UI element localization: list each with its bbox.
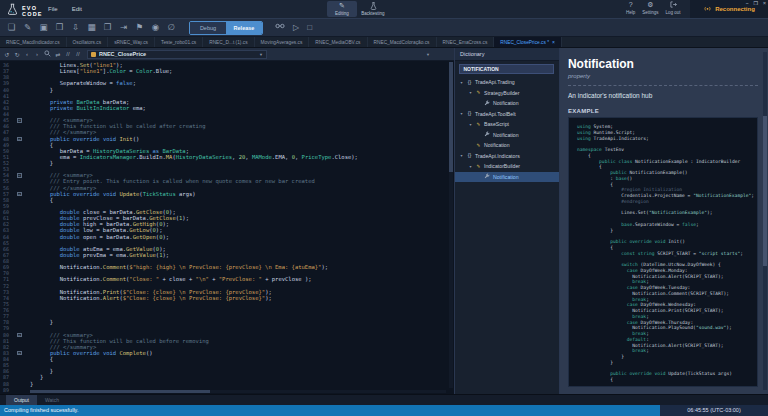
build-config-debug[interactable]: Debug — [190, 22, 226, 34]
connection-status[interactable]: Reconnecting –❐× — [690, 0, 768, 18]
tab-RNEC_ClosePrice.cs[interactable]: RNEC_ClosePrice.cs *× — [494, 37, 562, 47]
disable-icon[interactable]: ∅ — [166, 22, 177, 33]
fold-marker[interactable]: − — [17, 333, 22, 338]
tree-item-label: TradeApi.Indicators — [475, 153, 520, 159]
log-out-button[interactable]: Log out — [666, 1, 681, 15]
close-button[interactable]: × — [763, 0, 766, 7]
wifi-icon — [703, 5, 712, 13]
settings-button[interactable]: ⚙Settings — [642, 1, 658, 15]
mode-button-backtesting[interactable]: Backtesting — [358, 1, 388, 17]
class-icon: ✎ — [475, 122, 482, 127]
restore-button[interactable]: ❐ — [754, 0, 758, 7]
play-icon[interactable]: ▷ — [293, 22, 299, 33]
save-all-icon[interactable]: ❒ — [54, 22, 65, 33]
undo-icon[interactable]: ↺ — [4, 51, 10, 58]
tree-item-indicatorbuilder[interactable]: ▾✎IndicatorBuilder — [455, 161, 559, 172]
tab-RNEC_MacdIndicador.cs[interactable]: RNEC_MacdIndicador.cs — [0, 37, 67, 47]
tree-item-notification[interactable]: Notification — [455, 172, 559, 183]
build-icon[interactable]: ▦ — [86, 22, 97, 33]
tree-item-tradeapi.trading[interactable]: ▾{}TradeApi.Trading — [455, 77, 559, 88]
chevron-down-icon[interactable]: ▾ — [459, 111, 464, 116]
record-icon[interactable]: ◉ — [150, 22, 161, 33]
tab-RNEC_MacdColoração.cs[interactable]: RNEC_MacdColoração.cs — [368, 37, 437, 47]
chevron-down-icon: ▼ — [259, 52, 263, 57]
tab-sRNEC_Way.cs[interactable]: sRNEC_Way.cs — [108, 37, 155, 47]
tab-MovingAverages.cs[interactable]: MovingAverages.cs — [255, 37, 310, 47]
doc-description: An indicator's notification hub — [568, 92, 758, 99]
mode-button-editing[interactable]: ✎Editing — [327, 1, 357, 17]
tab-Teste_robo01.cs[interactable]: Teste_robo01.cs — [155, 37, 203, 47]
tree-item-tradeapi.indicators[interactable]: ▾{}TradeApi.Indicators — [455, 151, 559, 162]
example-code-line: { — [577, 377, 754, 383]
tree-item-label: Notification — [484, 142, 510, 148]
comment-icon[interactable]: // — [65, 51, 71, 57]
tab-RNEC_D...t (1).cs[interactable]: RNEC_D...t (1).cs — [203, 37, 254, 47]
scrollbar-thumb[interactable] — [30, 390, 210, 393]
replace-icon[interactable]: ⇄ — [55, 51, 61, 58]
main-area: ↺↻‹›⇄//// RNEC_ClosePrice ▼ ▼ 3637383940… — [0, 48, 768, 394]
namespace-icon: {} — [466, 153, 473, 158]
move-icon[interactable]: ⇥ — [118, 22, 129, 33]
flag-icon[interactable]: ⚑ — [134, 22, 145, 33]
back-icon[interactable]: ‹ — [24, 51, 30, 57]
chevron-down-icon[interactable]: ▾ — [468, 164, 473, 169]
line-number: 89 — [0, 387, 28, 393]
forward-icon[interactable]: › — [34, 51, 40, 57]
chevron-down-icon[interactable]: ▼ — [426, 52, 430, 57]
tab-RNEC_MediaOBV.cs[interactable]: RNEC_MediaOBV.cs — [309, 37, 367, 47]
line-number-gutter: 36373839404142434445−464748−495051525354… — [0, 62, 28, 393]
stop-icon[interactable]: □ — [307, 22, 312, 33]
property-icon — [484, 131, 491, 138]
import-icon[interactable]: ⇩ — [70, 22, 81, 33]
link-icon[interactable] — [275, 22, 285, 33]
scrollbar-thumb[interactable] — [763, 116, 767, 266]
editor-horizontal-scrollbar[interactable] — [30, 390, 446, 393]
dictionary-search-input[interactable] — [459, 64, 554, 74]
code-editor[interactable]: 36373839404142434445−464748−495051525354… — [0, 60, 454, 394]
bottom-tab-watch[interactable]: Watch — [37, 395, 67, 405]
save-icon[interactable]: ▣ — [38, 22, 49, 33]
menu-edit[interactable]: Edit — [70, 6, 84, 12]
tree-item-basescript[interactable]: ▾✎BaseScript — [455, 119, 559, 130]
tree-item-tradeapi.toolbelt[interactable]: ▾{}TradeApi.ToolBelt — [455, 109, 559, 120]
redo-icon[interactable]: ↻ — [14, 51, 20, 58]
doc-scrollbar[interactable] — [763, 52, 767, 390]
chevron-down-icon[interactable]: ▾ — [459, 153, 464, 158]
fold-marker[interactable]: − — [17, 192, 22, 197]
tab-Oscillators.cs[interactable]: Oscillators.cs — [67, 37, 109, 47]
fold-marker[interactable]: − — [17, 137, 22, 142]
search-icon[interactable] — [44, 50, 51, 58]
close-tab-icon[interactable]: × — [552, 39, 555, 45]
tab-RNEC_EmaCross.cs[interactable]: RNEC_EmaCross.cs — [437, 37, 495, 47]
example-code-line: const string SCRIPT_START = "script star… — [577, 251, 754, 257]
uncomment-icon[interactable]: // — [75, 51, 81, 57]
doc-title: Notification — [568, 57, 758, 71]
help-button[interactable]: ?Help — [626, 1, 635, 15]
tree-item-notification[interactable]: ✎Notification — [455, 140, 559, 151]
chevron-down-icon[interactable]: ▾ — [468, 122, 473, 127]
build-config-release[interactable]: Release — [226, 22, 262, 34]
scrollbar-thumb[interactable] — [449, 62, 453, 172]
fold-marker[interactable]: − — [17, 351, 22, 356]
chevron-down-icon[interactable]: ▾ — [468, 90, 473, 95]
edit-script-icon[interactable]: ✎ — [22, 22, 33, 33]
tree-item-label: Notification — [493, 132, 519, 138]
logout-icon — [670, 1, 677, 9]
file-selector[interactable]: RNEC_ClosePrice ▼ — [87, 50, 267, 59]
namespace-icon: {} — [466, 80, 473, 85]
fold-marker[interactable]: − — [17, 173, 22, 178]
code-lines[interactable]: Lines.Set("line1"); Lines["line1"].Color… — [30, 62, 446, 393]
doc-example-code: using System;using Runtime.Script;using … — [568, 117, 758, 387]
fold-marker[interactable]: − — [17, 118, 22, 123]
chevron-down-icon[interactable]: ▾ — [459, 80, 464, 85]
editor-vertical-scrollbar[interactable] — [449, 62, 453, 388]
tree-item-strategybuilder[interactable]: ▾✎StrategyBuilder — [455, 88, 559, 99]
tree-item-notification[interactable]: Notification — [455, 98, 559, 109]
bottom-tab-output[interactable]: Output — [6, 395, 37, 405]
new-script-icon[interactable]: ❏ — [6, 22, 17, 33]
example-code-line: Notification.Comment(SCRIPT_START); — [577, 291, 754, 297]
tree-item-notification[interactable]: Notification — [455, 130, 559, 141]
copy-icon[interactable]: ❐ — [102, 22, 113, 33]
minimize-button[interactable]: – — [746, 0, 749, 7]
menu-file[interactable]: File — [46, 6, 60, 12]
